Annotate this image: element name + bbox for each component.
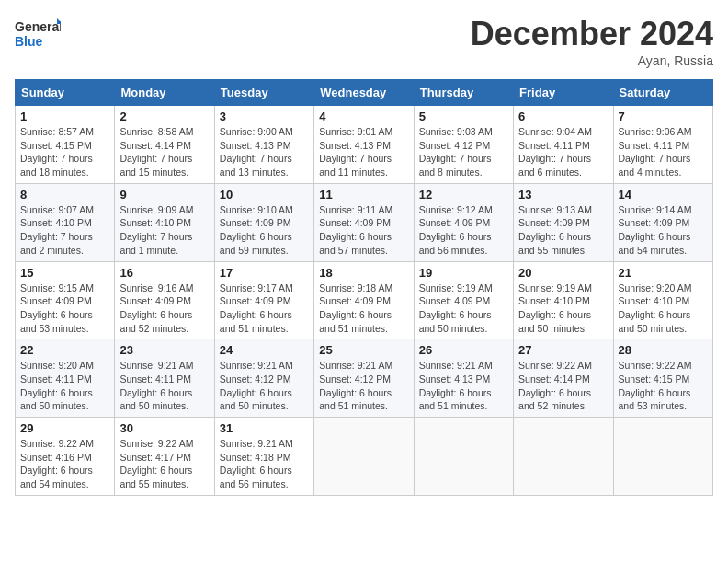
calendar-week-1: 1Sunrise: 8:57 AM Sunset: 4:15 PM Daylig… <box>16 106 713 184</box>
calendar-cell: 17Sunrise: 9:17 AM Sunset: 4:09 PM Dayli… <box>214 261 313 339</box>
day-detail: Sunrise: 9:20 AM Sunset: 4:11 PM Dayligh… <box>20 359 109 413</box>
calendar-cell: 9Sunrise: 9:09 AM Sunset: 4:10 PM Daylig… <box>115 183 214 261</box>
location: Ayan, Russia <box>471 53 713 68</box>
calendar-cell: 24Sunrise: 9:21 AM Sunset: 4:12 PM Dayli… <box>214 339 313 418</box>
calendar-cell: 18Sunrise: 9:18 AM Sunset: 4:09 PM Dayli… <box>314 261 414 339</box>
day-detail: Sunrise: 9:00 AM Sunset: 4:13 PM Dayligh… <box>220 125 309 179</box>
day-detail: Sunrise: 9:19 AM Sunset: 4:10 PM Dayligh… <box>518 282 608 336</box>
title-block: December 2024 Ayan, Russia <box>471 15 713 68</box>
day-number: 14 <box>619 188 708 201</box>
svg-text:General: General <box>15 19 61 34</box>
day-number: 1 <box>20 109 109 123</box>
calendar-cell <box>414 418 513 496</box>
day-number: 26 <box>419 343 508 357</box>
day-number: 8 <box>20 188 109 201</box>
day-number: 24 <box>220 343 309 357</box>
day-detail: Sunrise: 9:22 AM Sunset: 4:15 PM Dayligh… <box>619 359 708 413</box>
day-number: 7 <box>619 109 708 123</box>
month-title: December 2024 <box>471 15 713 53</box>
day-detail: Sunrise: 8:57 AM Sunset: 4:15 PM Dayligh… <box>20 125 109 179</box>
day-detail: Sunrise: 9:21 AM Sunset: 4:13 PM Dayligh… <box>419 359 508 413</box>
calendar-cell: 21Sunrise: 9:20 AM Sunset: 4:10 PM Dayli… <box>613 261 712 339</box>
calendar-cell: 19Sunrise: 9:19 AM Sunset: 4:09 PM Dayli… <box>414 261 513 339</box>
day-detail: Sunrise: 9:20 AM Sunset: 4:10 PM Dayligh… <box>619 282 708 336</box>
calendar-week-2: 8Sunrise: 9:07 AM Sunset: 4:10 PM Daylig… <box>16 183 713 261</box>
col-header-tuesday: Tuesday <box>214 80 313 106</box>
day-number: 16 <box>119 266 209 280</box>
day-number: 15 <box>20 266 109 280</box>
logo: General Blue <box>15 15 61 55</box>
calendar-cell <box>314 418 414 496</box>
calendar-cell: 10Sunrise: 9:10 AM Sunset: 4:09 PM Dayli… <box>214 183 313 261</box>
logo-svg: General Blue <box>15 15 61 55</box>
calendar-table: SundayMondayTuesdayWednesdayThursdayFrid… <box>15 79 713 496</box>
day-detail: Sunrise: 9:01 AM Sunset: 4:13 PM Dayligh… <box>319 125 408 179</box>
day-detail: Sunrise: 9:21 AM Sunset: 4:12 PM Dayligh… <box>220 359 309 413</box>
day-detail: Sunrise: 9:04 AM Sunset: 4:11 PM Dayligh… <box>518 125 608 179</box>
day-number: 23 <box>119 343 209 357</box>
day-number: 3 <box>220 109 309 123</box>
day-number: 2 <box>119 109 209 123</box>
day-number: 6 <box>518 109 608 123</box>
col-header-saturday: Saturday <box>613 80 712 106</box>
calendar-cell: 30Sunrise: 9:22 AM Sunset: 4:17 PM Dayli… <box>115 418 214 496</box>
day-number: 25 <box>319 343 408 357</box>
day-detail: Sunrise: 9:03 AM Sunset: 4:12 PM Dayligh… <box>419 125 508 179</box>
day-detail: Sunrise: 8:58 AM Sunset: 4:14 PM Dayligh… <box>119 125 209 179</box>
day-detail: Sunrise: 9:09 AM Sunset: 4:10 PM Dayligh… <box>119 203 209 258</box>
day-detail: Sunrise: 9:06 AM Sunset: 4:11 PM Dayligh… <box>619 125 708 179</box>
day-number: 10 <box>220 188 309 201</box>
day-detail: Sunrise: 9:17 AM Sunset: 4:09 PM Dayligh… <box>220 282 309 336</box>
day-detail: Sunrise: 9:19 AM Sunset: 4:09 PM Dayligh… <box>419 282 508 336</box>
calendar-cell: 8Sunrise: 9:07 AM Sunset: 4:10 PM Daylig… <box>16 183 115 261</box>
day-number: 30 <box>119 421 209 435</box>
day-number: 17 <box>220 266 309 280</box>
day-number: 20 <box>518 266 608 280</box>
calendar-cell: 26Sunrise: 9:21 AM Sunset: 4:13 PM Dayli… <box>414 339 513 418</box>
calendar-week-3: 15Sunrise: 9:15 AM Sunset: 4:09 PM Dayli… <box>16 261 713 339</box>
day-number: 5 <box>419 109 508 123</box>
calendar-cell: 28Sunrise: 9:22 AM Sunset: 4:15 PM Dayli… <box>613 339 712 418</box>
day-number: 28 <box>619 343 708 357</box>
day-detail: Sunrise: 9:11 AM Sunset: 4:09 PM Dayligh… <box>319 203 408 258</box>
calendar-cell: 20Sunrise: 9:19 AM Sunset: 4:10 PM Dayli… <box>514 261 613 339</box>
calendar-cell <box>514 418 613 496</box>
calendar-cell: 12Sunrise: 9:12 AM Sunset: 4:09 PM Dayli… <box>414 183 513 261</box>
day-number: 29 <box>20 421 109 435</box>
day-detail: Sunrise: 9:18 AM Sunset: 4:09 PM Dayligh… <box>319 282 408 336</box>
calendar-cell: 15Sunrise: 9:15 AM Sunset: 4:09 PM Dayli… <box>16 261 115 339</box>
calendar-cell: 3Sunrise: 9:00 AM Sunset: 4:13 PM Daylig… <box>214 106 313 184</box>
calendar-cell: 29Sunrise: 9:22 AM Sunset: 4:16 PM Dayli… <box>16 418 115 496</box>
calendar-cell: 2Sunrise: 8:58 AM Sunset: 4:14 PM Daylig… <box>115 106 214 184</box>
calendar-cell: 25Sunrise: 9:21 AM Sunset: 4:12 PM Dayli… <box>314 339 414 418</box>
day-number: 12 <box>419 188 508 201</box>
day-number: 11 <box>319 188 408 201</box>
day-detail: Sunrise: 9:14 AM Sunset: 4:09 PM Dayligh… <box>619 203 708 258</box>
col-header-sunday: Sunday <box>16 80 115 106</box>
day-detail: Sunrise: 9:21 AM Sunset: 4:12 PM Dayligh… <box>319 359 408 413</box>
day-number: 21 <box>619 266 708 280</box>
day-detail: Sunrise: 9:10 AM Sunset: 4:09 PM Dayligh… <box>220 203 309 258</box>
day-detail: Sunrise: 9:07 AM Sunset: 4:10 PM Dayligh… <box>20 203 109 258</box>
day-number: 19 <box>419 266 508 280</box>
calendar-cell: 27Sunrise: 9:22 AM Sunset: 4:14 PM Dayli… <box>514 339 613 418</box>
calendar-cell <box>613 418 712 496</box>
calendar-cell: 4Sunrise: 9:01 AM Sunset: 4:13 PM Daylig… <box>314 106 414 184</box>
calendar-cell: 14Sunrise: 9:14 AM Sunset: 4:09 PM Dayli… <box>613 183 712 261</box>
day-number: 9 <box>119 188 209 201</box>
day-detail: Sunrise: 9:22 AM Sunset: 4:16 PM Dayligh… <box>20 437 109 491</box>
day-number: 22 <box>20 343 109 357</box>
day-detail: Sunrise: 9:15 AM Sunset: 4:09 PM Dayligh… <box>20 282 109 336</box>
calendar-cell: 6Sunrise: 9:04 AM Sunset: 4:11 PM Daylig… <box>514 106 613 184</box>
calendar-cell: 16Sunrise: 9:16 AM Sunset: 4:09 PM Dayli… <box>115 261 214 339</box>
calendar-cell: 23Sunrise: 9:21 AM Sunset: 4:11 PM Dayli… <box>115 339 214 418</box>
day-detail: Sunrise: 9:12 AM Sunset: 4:09 PM Dayligh… <box>419 203 508 258</box>
calendar-cell: 1Sunrise: 8:57 AM Sunset: 4:15 PM Daylig… <box>16 106 115 184</box>
calendar-cell: 31Sunrise: 9:21 AM Sunset: 4:18 PM Dayli… <box>214 418 313 496</box>
calendar-cell: 22Sunrise: 9:20 AM Sunset: 4:11 PM Dayli… <box>16 339 115 418</box>
day-number: 13 <box>518 188 608 201</box>
svg-text:Blue: Blue <box>15 34 43 49</box>
calendar-cell: 5Sunrise: 9:03 AM Sunset: 4:12 PM Daylig… <box>414 106 513 184</box>
calendar-cell: 13Sunrise: 9:13 AM Sunset: 4:09 PM Dayli… <box>514 183 613 261</box>
calendar-week-4: 22Sunrise: 9:20 AM Sunset: 4:11 PM Dayli… <box>16 339 713 418</box>
